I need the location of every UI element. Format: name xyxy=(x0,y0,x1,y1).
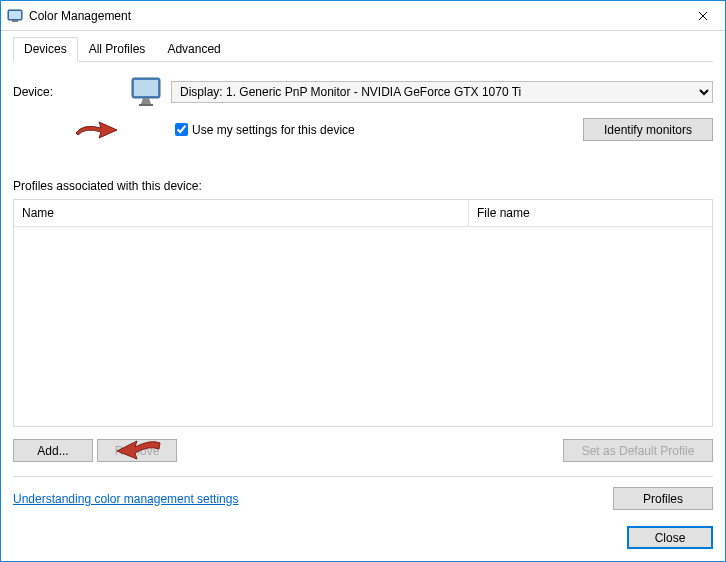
annotation-arrow-icon xyxy=(73,119,119,141)
app-icon xyxy=(7,8,23,24)
profiles-section-label: Profiles associated with this device: xyxy=(13,179,713,193)
column-file[interactable]: File name xyxy=(469,200,712,226)
monitor-icon xyxy=(123,76,171,108)
svg-rect-2 xyxy=(12,20,18,22)
svg-rect-1 xyxy=(9,11,21,19)
separator xyxy=(13,476,713,477)
tab-all-profiles[interactable]: All Profiles xyxy=(78,37,157,62)
tab-advanced[interactable]: Advanced xyxy=(156,37,231,62)
identify-monitors-button[interactable]: Identify monitors xyxy=(583,118,713,141)
help-link[interactable]: Understanding color management settings xyxy=(13,492,238,506)
close-icon[interactable] xyxy=(680,1,725,30)
column-name[interactable]: Name xyxy=(14,200,469,226)
add-button[interactable]: Add... xyxy=(13,439,93,462)
use-my-settings-checkbox[interactable]: Use my settings for this device xyxy=(175,123,355,137)
titlebar: Color Management xyxy=(1,1,725,31)
close-button[interactable]: Close xyxy=(627,526,713,549)
profiles-button[interactable]: Profiles xyxy=(613,487,713,510)
tab-devices[interactable]: Devices xyxy=(13,37,78,62)
profiles-list-header: Name File name xyxy=(14,200,712,227)
use-my-settings-label: Use my settings for this device xyxy=(192,123,355,137)
device-label: Device: xyxy=(13,85,123,99)
set-default-button: Set as Default Profile xyxy=(563,439,713,462)
svg-rect-5 xyxy=(139,104,153,106)
svg-rect-4 xyxy=(134,80,158,96)
device-select[interactable]: Display: 1. Generic PnP Monitor - NVIDIA… xyxy=(171,81,713,103)
use-my-settings-input[interactable] xyxy=(175,123,188,136)
tabs: Devices All Profiles Advanced xyxy=(13,37,713,62)
profiles-list[interactable]: Name File name xyxy=(13,199,713,427)
annotation-arrow-icon xyxy=(113,437,163,463)
window-title: Color Management xyxy=(29,9,680,23)
